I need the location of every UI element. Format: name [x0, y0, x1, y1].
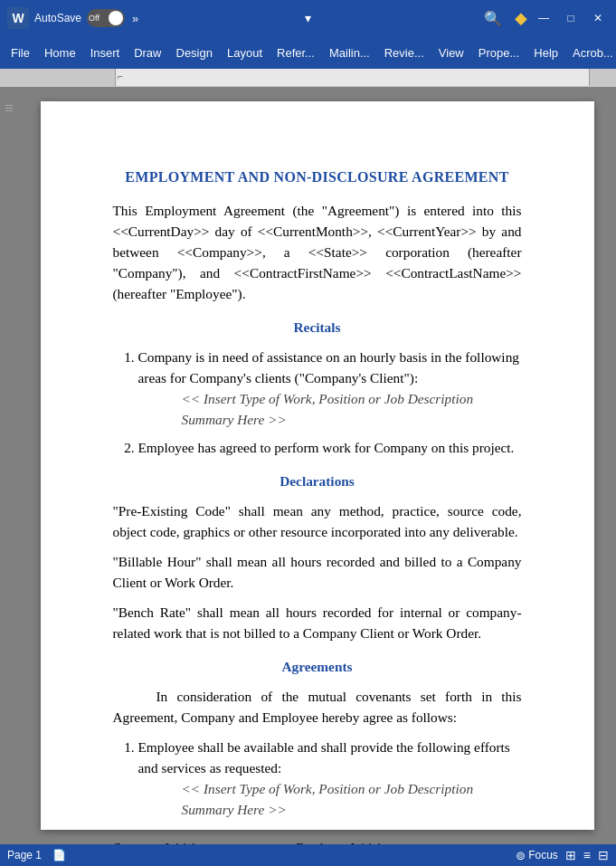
search-icon[interactable]: 🔍: [484, 10, 502, 27]
document-scroll-area[interactable]: EMPLOYMENT AND NON-DISCLOSURE AGREEMENT …: [18, 101, 616, 830]
menu-review[interactable]: Revie...: [377, 43, 431, 63]
document-page: EMPLOYMENT AND NON-DISCLOSURE AGREEMENT …: [41, 101, 594, 830]
title-bar: W AutoSave Off » ▾ 🔍 ◆ — □ ✕: [0, 0, 616, 36]
menu-home[interactable]: Home: [37, 43, 83, 63]
title-dropdown-arrow[interactable]: ▾: [305, 11, 311, 25]
declaration-2: "Billable Hour" shall mean all hours rec…: [113, 552, 522, 594]
margin-tick: [5, 108, 13, 109]
menu-layout[interactable]: Layout: [220, 43, 270, 63]
title-center: ▾: [144, 11, 471, 25]
word-count-icon[interactable]: 📄: [52, 849, 66, 861]
premium-icon[interactable]: ◆: [515, 8, 527, 28]
document-area: EMPLOYMENT AND NON-DISCLOSURE AGREEMENT …: [0, 87, 616, 844]
view-list-icon[interactable]: ≡: [583, 848, 591, 862]
recital-item-1: Company is in need of assistance on an h…: [138, 347, 522, 431]
autosave-knob: [109, 11, 123, 25]
declarations-heading: Declarations: [113, 471, 522, 492]
ruler-right-margin: [589, 69, 616, 86]
minimize-button[interactable]: —: [533, 7, 554, 29]
margin-tick: [5, 110, 13, 111]
menu-acrobat[interactable]: Acrob...: [565, 43, 616, 63]
recital-item-2: Employee has agreed to perform work for …: [138, 438, 522, 459]
recitals-list: Company is in need of assistance on an h…: [138, 347, 522, 459]
intro-paragraph: This Employment Agreement (the "Agreemen…: [113, 201, 522, 305]
ruler-left-margin: [0, 69, 116, 86]
margin-tick: [5, 105, 13, 106]
menu-file[interactable]: File: [4, 43, 37, 63]
close-button[interactable]: ✕: [587, 7, 609, 29]
focus-icon: ⊚: [516, 849, 526, 862]
ribbon-expand-btn[interactable]: »: [132, 12, 138, 25]
view-layout-icon[interactable]: ⊞: [565, 848, 576, 862]
recitals-heading: Recitals: [113, 318, 522, 338]
status-icons: 📄: [52, 849, 66, 861]
autosave-state: Off: [89, 14, 100, 23]
status-bar: Page 1 📄 ⊚ Focus ⊞ ≡ ⊟: [0, 844, 616, 866]
agreements-intro: In consideration of the mutual covenants…: [113, 687, 522, 728]
ruler-tab-stop: ⌐: [118, 71, 123, 81]
menu-view[interactable]: View: [431, 43, 471, 63]
ruler: ⌐: [0, 69, 616, 87]
status-right: ⊚ Focus ⊞ ≡ ⊟: [516, 848, 609, 862]
menu-properties[interactable]: Prope...: [471, 43, 527, 63]
menu-references[interactable]: Refer...: [270, 43, 322, 63]
agreement-item-1: Employee shall be available and shall pr…: [138, 738, 522, 821]
menu-design[interactable]: Design: [169, 43, 220, 63]
focus-label: Focus: [528, 849, 558, 861]
insert-placeholder-2: << Insert Type of Work, Position or Job …: [182, 779, 522, 821]
title-actions: ◆ — □ ✕: [515, 7, 609, 29]
menu-draw[interactable]: Draw: [127, 43, 168, 63]
left-margin-bar: [0, 101, 18, 830]
autosave-toggle[interactable]: Off: [87, 9, 125, 27]
menu-help[interactable]: Help: [526, 43, 565, 63]
menu-insert[interactable]: Insert: [83, 43, 128, 63]
focus-button[interactable]: ⊚ Focus: [516, 849, 558, 862]
menu-bar: File Home Insert Draw Design Layout Refe…: [0, 36, 616, 69]
document-title: EMPLOYMENT AND NON-DISCLOSURE AGREEMENT: [113, 167, 522, 188]
ruler-content: ⌐: [116, 69, 589, 86]
maximize-button[interactable]: □: [560, 7, 582, 29]
agreements-heading: Agreements: [113, 657, 522, 678]
agreements-list: Employee shall be available and shall pr…: [138, 738, 522, 821]
declaration-1: "Pre-Existing Code" shall mean any metho…: [113, 501, 522, 543]
autosave-label: AutoSave: [34, 12, 81, 24]
word-logo: W: [7, 7, 29, 29]
declaration-3: "Bench Rate" shall mean all hours record…: [113, 603, 522, 644]
page-indicator: Page 1: [7, 849, 42, 861]
insert-placeholder-1: << Insert Type of Work, Position or Job …: [182, 389, 522, 431]
menu-mailings[interactable]: Mailin...: [322, 43, 377, 63]
view-compact-icon[interactable]: ⊟: [598, 848, 609, 862]
